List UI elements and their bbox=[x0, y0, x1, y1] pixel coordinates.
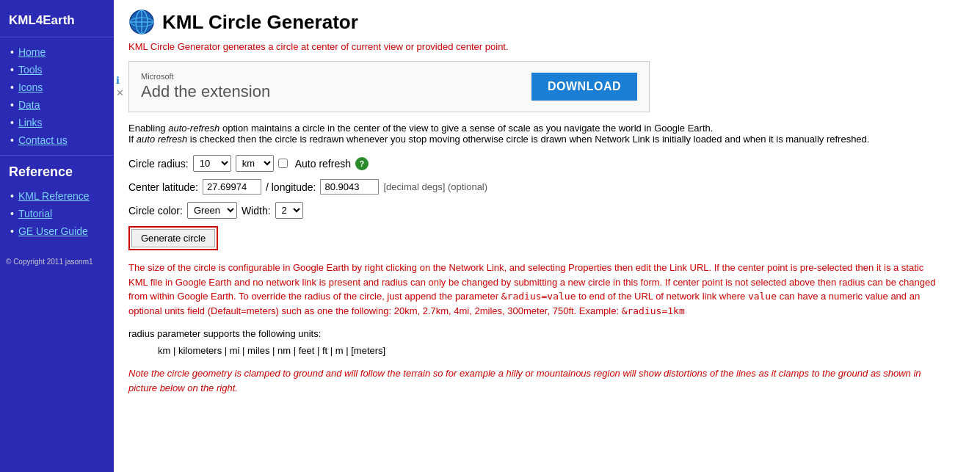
tools-link[interactable]: Tools bbox=[18, 64, 43, 76]
generate-button-wrapper: Generate circle bbox=[128, 226, 218, 250]
page-subtitle: KML Circle Generator generates a circle … bbox=[128, 41, 965, 52]
sidebar-item-ge-user-guide[interactable]: GE User Guide bbox=[0, 222, 114, 240]
ad-text: Microsoft Add the extension bbox=[141, 72, 270, 101]
longitude-input[interactable] bbox=[320, 179, 379, 195]
lat-label: Center latitude: bbox=[128, 181, 198, 193]
ge-user-guide-link[interactable]: GE User Guide bbox=[18, 225, 88, 237]
latitude-input[interactable] bbox=[203, 179, 261, 195]
auto-refresh-label: Auto refresh bbox=[295, 158, 351, 170]
note-text: Note the circle geometry is clamped to g… bbox=[128, 366, 936, 395]
sidebar-item-home[interactable]: Home bbox=[0, 43, 114, 61]
sidebar-item-data[interactable]: Data bbox=[0, 96, 114, 114]
kml-reference-link[interactable]: KML Reference bbox=[18, 190, 90, 202]
units-support-label: radius parameter supports the following … bbox=[128, 328, 965, 339]
ref-section: KML Reference Tutorial GE User Guide bbox=[0, 184, 114, 243]
nav-section: Home Tools Icons Data Links Contact us bbox=[0, 37, 114, 156]
width-select[interactable]: 1 2 3 4 5 bbox=[275, 202, 303, 219]
tutorial-link[interactable]: Tutorial bbox=[18, 208, 52, 219]
latlong-row: Center latitude: / longitude: [decimal d… bbox=[128, 179, 965, 195]
ad-info-icon[interactable]: ℹ bbox=[116, 75, 124, 86]
sidebar: KML4Earth Home Tools Icons Data Links Co… bbox=[0, 0, 114, 472]
radius-label: Circle radius: bbox=[128, 158, 189, 170]
sidebar-item-tools[interactable]: Tools bbox=[0, 61, 114, 79]
ad-download-button[interactable]: DOWNLOAD bbox=[531, 73, 637, 101]
description-block: Enabling auto-refresh option maintains a… bbox=[128, 123, 936, 145]
radius-row: Circle radius: 10 5 20 50 100 km mi nm f… bbox=[128, 155, 965, 172]
color-row: Circle color: Green Red Blue Yellow Whit… bbox=[128, 202, 965, 219]
info-text-block: The size of the circle is configurable i… bbox=[128, 261, 936, 318]
unit-select[interactable]: km mi nm feet ft m bbox=[236, 155, 274, 172]
color-label: Circle color: bbox=[128, 205, 183, 217]
form-area: Circle radius: 10 5 20 50 100 km mi nm f… bbox=[128, 155, 965, 219]
help-icon[interactable]: ? bbox=[355, 157, 369, 170]
icons-link[interactable]: Icons bbox=[18, 81, 43, 93]
data-link[interactable]: Data bbox=[18, 99, 40, 111]
page-title: KML Circle Generator bbox=[162, 11, 358, 34]
copyright: © Copyright 2011 jasonm1 bbox=[0, 243, 114, 272]
decimal-label: [decimal degs] (optional) bbox=[383, 181, 487, 192]
sidebar-item-kml-reference[interactable]: KML Reference bbox=[0, 187, 114, 205]
sidebar-item-icons[interactable]: Icons bbox=[0, 79, 114, 96]
generate-circle-button[interactable]: Generate circle bbox=[131, 229, 215, 247]
links-link[interactable]: Links bbox=[18, 117, 43, 128]
ad-close-icon[interactable]: ✕ bbox=[116, 87, 124, 98]
color-select[interactable]: Green Red Blue Yellow White Black bbox=[187, 202, 237, 219]
main-content: KML Circle Generator KML Circle Generato… bbox=[114, 0, 980, 472]
width-label: Width: bbox=[242, 205, 271, 217]
auto-refresh-checkbox[interactable] bbox=[278, 159, 288, 168]
site-title: KML4Earth bbox=[0, 7, 114, 37]
sidebar-item-links[interactable]: Links bbox=[0, 114, 114, 131]
reference-section-label: Reference bbox=[0, 156, 114, 184]
ad-controls: ℹ ✕ bbox=[116, 75, 124, 98]
home-link[interactable]: Home bbox=[18, 46, 46, 58]
ad-heading: Add the extension bbox=[141, 82, 270, 101]
page-title-area: KML Circle Generator bbox=[128, 9, 965, 35]
units-list: km | kilometers | mi | miles | nm | feet… bbox=[158, 345, 965, 356]
ad-banner: ℹ ✕ Microsoft Add the extension DOWNLOAD bbox=[128, 61, 650, 112]
ad-provider: Microsoft bbox=[141, 72, 270, 81]
sidebar-item-contact[interactable]: Contact us bbox=[0, 131, 114, 149]
globe-icon bbox=[128, 9, 155, 35]
sidebar-item-tutorial[interactable]: Tutorial bbox=[0, 205, 114, 222]
contact-link[interactable]: Contact us bbox=[18, 134, 68, 146]
radius-select[interactable]: 10 5 20 50 100 bbox=[193, 155, 231, 172]
lng-label: / longitude: bbox=[266, 181, 316, 193]
